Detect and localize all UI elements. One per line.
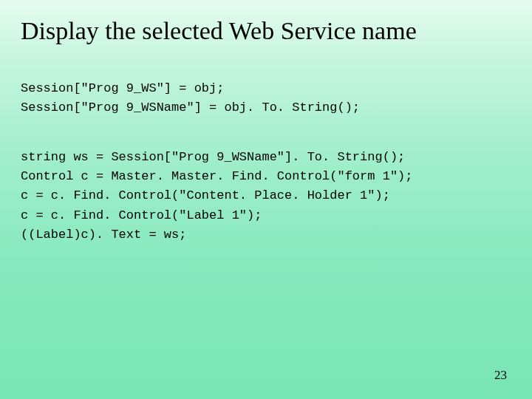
code-block-1: Session["Prog 9_WS"] = obj; Session["Pro… xyxy=(21,79,511,118)
slide: Display the selected Web Service name Se… xyxy=(0,0,532,399)
slide-title: Display the selected Web Service name xyxy=(21,16,511,45)
page-number: 23 xyxy=(494,368,507,383)
code-block-2: string ws = Session["Prog 9_WSName"]. To… xyxy=(21,148,511,245)
